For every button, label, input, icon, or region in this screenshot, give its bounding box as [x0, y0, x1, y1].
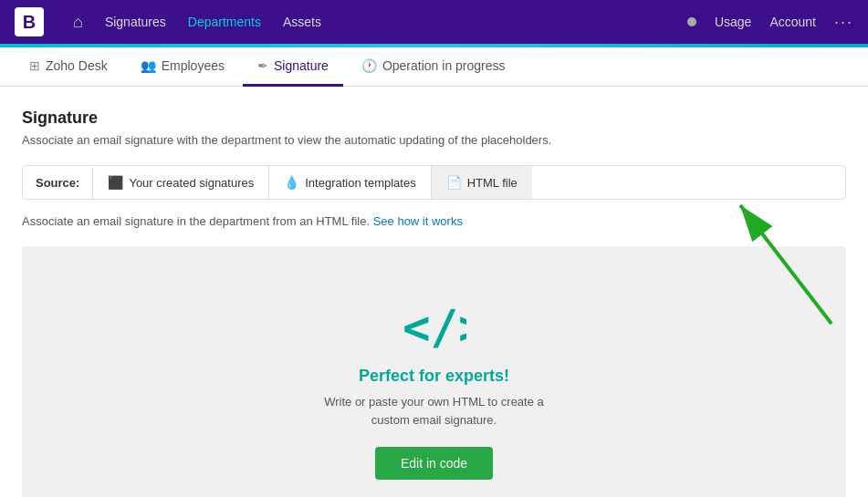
perfect-for-experts-description: Write or paste your own HTML to create a…	[307, 393, 562, 429]
brand-logo[interactable]: B	[15, 7, 44, 36]
top-nav-right: Usage Account ···	[687, 11, 853, 33]
tab-employees[interactable]: 👥 Employees	[126, 47, 239, 87]
section-title: Signature	[22, 109, 846, 128]
nav-departments[interactable]: Departments	[188, 11, 261, 33]
source-option-html-file[interactable]: 📄 HTML file	[432, 166, 532, 199]
top-navigation: B ⌂ Signatures Departments Assets Usage …	[0, 0, 868, 44]
drop-icon: 💧	[284, 175, 299, 190]
file-code-icon: 📄	[446, 175, 462, 190]
nav-account[interactable]: Account	[769, 11, 816, 33]
html-file-main-area: </> Perfect for experts! Write or paste …	[22, 246, 846, 497]
tab-zoho-desk-label: Zoho Desk	[46, 58, 108, 73]
source-option-your-signatures-label: Your created signatures	[129, 176, 254, 190]
tab-operation-in-progress[interactable]: 🕐 Operation in progress	[347, 47, 520, 87]
tab-operation-label: Operation in progress	[382, 58, 506, 73]
source-option-html-label: HTML file	[467, 176, 518, 190]
nav-signatures[interactable]: Signatures	[105, 11, 166, 33]
tab-signature-label: Signature	[274, 58, 329, 73]
tab-zoho-desk[interactable]: ⊞ Zoho Desk	[15, 47, 122, 87]
tabs-row: ⊞ Zoho Desk 👥 Employees ✒ Signature 🕐 Op…	[0, 47, 868, 87]
people-icon: 👥	[141, 58, 156, 73]
see-how-it-works-link[interactable]: See how it works	[373, 214, 463, 228]
status-indicator	[687, 17, 696, 26]
tab-employees-label: Employees	[162, 58, 225, 73]
home-nav-link[interactable]: ⌂	[73, 13, 83, 32]
outer-wrap: Associate an email signature in the depa…	[0, 214, 868, 497]
nav-usage[interactable]: Usage	[715, 11, 751, 33]
clock-icon: 🕐	[361, 58, 377, 73]
associate-text: Associate an email signature in the depa…	[22, 214, 846, 228]
monitor-icon: ⬛	[108, 175, 123, 190]
nav-assets[interactable]: Assets	[283, 11, 321, 33]
source-option-your-signatures[interactable]: ⬛ Your created signatures	[93, 166, 269, 199]
signature-icon: ✒	[257, 58, 268, 73]
svg-text:</>: </>	[403, 301, 466, 355]
more-menu-button[interactable]: ···	[834, 13, 853, 32]
tab-signature[interactable]: ✒ Signature	[243, 47, 343, 87]
grid-icon: ⊞	[29, 58, 40, 73]
source-label: Source:	[23, 167, 93, 199]
source-bar: Source: ⬛ Your created signatures 💧 Inte…	[22, 165, 846, 200]
code-brackets-icon: </>	[403, 292, 466, 356]
source-option-integration-templates[interactable]: 💧 Integration templates	[269, 166, 431, 199]
perfect-for-experts-title: Perfect for experts!	[359, 367, 509, 386]
source-option-integration-label: Integration templates	[305, 176, 415, 190]
main-content: Signature Associate an email signature w…	[0, 87, 868, 200]
section-description: Associate an email signature with the de…	[22, 133, 846, 147]
edit-in-code-button[interactable]: Edit in code	[375, 447, 493, 480]
